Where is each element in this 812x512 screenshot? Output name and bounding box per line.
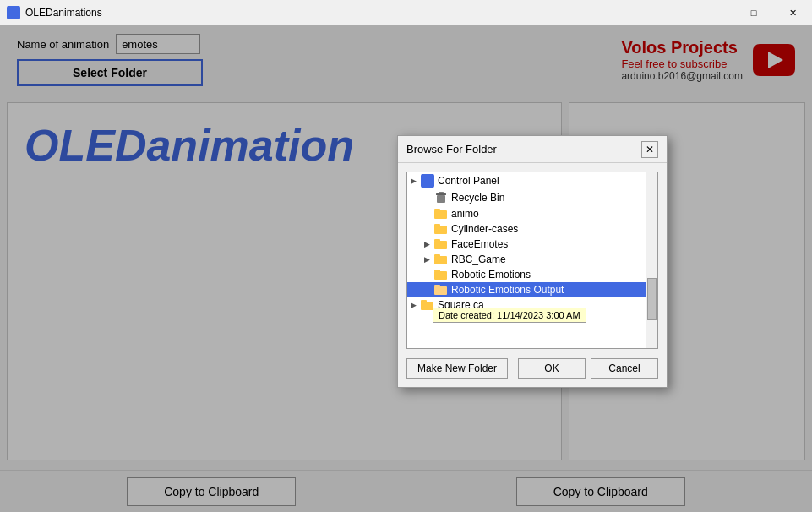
dialog-cancel-button[interactable]: Cancel bbox=[591, 358, 658, 379]
svg-rect-9 bbox=[434, 256, 447, 264]
tree-item-control-panel[interactable]: ▶Control Panel bbox=[407, 172, 657, 189]
title-bar: OLEDanimations – □ ✕ bbox=[0, 0, 812, 25]
tree-item-robotic-emotions-output[interactable]: Robotic Emotions Output bbox=[407, 282, 657, 297]
title-bar-title: OLEDanimations bbox=[25, 7, 102, 19]
svg-rect-13 bbox=[434, 286, 447, 295]
dialog-tree[interactable]: ▶Control Panel Recycle Bin animo Cylinde… bbox=[406, 172, 658, 349]
minimize-button[interactable]: – bbox=[695, 0, 734, 25]
tree-item-cylinder-cases[interactable]: Cylinder-cases bbox=[407, 221, 657, 237]
folder-tooltip: Date created: 11/14/2023 3:00 AM bbox=[433, 308, 586, 323]
tree-item-label: Control Panel bbox=[438, 175, 499, 187]
tree-item-label: Cylinder-cases bbox=[451, 223, 518, 235]
make-new-folder-button[interactable]: Make New Folder bbox=[406, 358, 508, 379]
svg-rect-6 bbox=[434, 224, 440, 226]
app-icon bbox=[7, 6, 20, 19]
svg-rect-1 bbox=[436, 193, 446, 195]
tree-item-animo[interactable]: animo bbox=[407, 206, 657, 221]
tree-item-label: FaceEmotes bbox=[451, 238, 508, 250]
svg-rect-3 bbox=[434, 210, 447, 219]
svg-rect-12 bbox=[434, 270, 440, 272]
dialog-ok-cancel-row: OK Cancel bbox=[518, 358, 658, 379]
browse-for-folder-dialog: Browse For Folder ✕ ▶Control Panel Recyc… bbox=[397, 135, 668, 388]
tree-item-label: animo bbox=[451, 208, 479, 220]
tree-item-face-emotes[interactable]: ▶ FaceEmotes bbox=[407, 237, 657, 252]
modal-overlay: Browse For Folder ✕ ▶Control Panel Recyc… bbox=[0, 25, 812, 512]
tree-item-label: Robotic Emotions bbox=[451, 269, 531, 281]
svg-rect-14 bbox=[434, 285, 440, 287]
svg-rect-0 bbox=[437, 195, 445, 203]
svg-rect-7 bbox=[434, 241, 447, 249]
dialog-title: Browse For Folder bbox=[406, 143, 497, 155]
main-window: Name of animation Select Folder Volos Pr… bbox=[0, 25, 812, 512]
tree-item-label: Robotic Emotions Output bbox=[451, 284, 564, 296]
svg-rect-5 bbox=[434, 226, 447, 234]
maximize-button[interactable]: □ bbox=[734, 0, 773, 25]
scrollbar-thumb[interactable] bbox=[647, 278, 657, 320]
svg-rect-10 bbox=[434, 254, 440, 257]
tree-scrollbar[interactable] bbox=[646, 172, 657, 348]
svg-rect-16 bbox=[421, 300, 427, 302]
svg-rect-15 bbox=[421, 302, 433, 310]
tree-item-robotic-emotions[interactable]: Robotic Emotions bbox=[407, 267, 657, 282]
dialog-title-bar: Browse For Folder ✕ bbox=[398, 136, 667, 163]
tree-container: ▶Control Panel Recycle Bin animo Cylinde… bbox=[407, 172, 657, 313]
tree-item-recycle-bin[interactable]: Recycle Bin bbox=[407, 189, 657, 206]
svg-rect-4 bbox=[434, 209, 440, 211]
dialog-ok-button[interactable]: OK bbox=[518, 358, 586, 379]
close-button[interactable]: ✕ bbox=[773, 0, 812, 25]
svg-rect-11 bbox=[434, 271, 447, 280]
tree-item-label: RBC_Game bbox=[451, 253, 506, 265]
dialog-buttons: Make New Folder OK Cancel bbox=[398, 353, 667, 387]
dialog-close-button[interactable]: ✕ bbox=[641, 141, 658, 158]
title-bar-controls: – □ ✕ bbox=[695, 0, 812, 25]
svg-rect-8 bbox=[434, 239, 440, 242]
svg-rect-2 bbox=[439, 192, 444, 193]
tree-item-label: Recycle Bin bbox=[451, 192, 504, 204]
tree-item-rbc-game[interactable]: ▶ RBC_Game bbox=[407, 252, 657, 267]
